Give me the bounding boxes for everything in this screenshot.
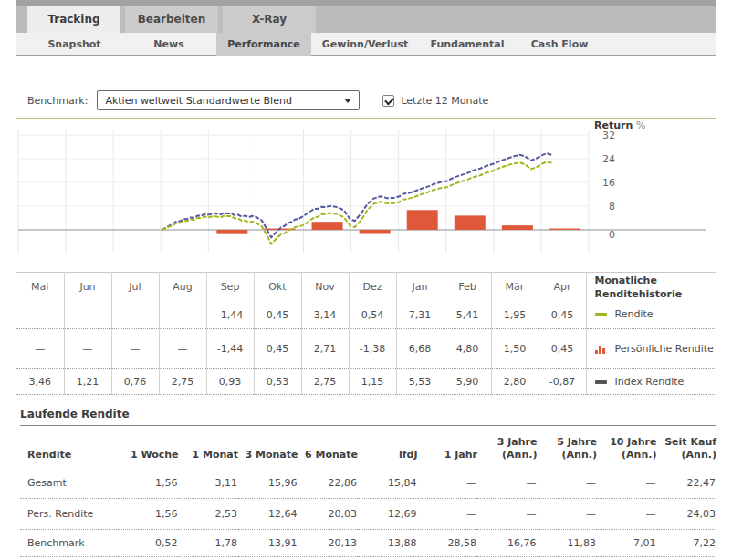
running-header-cell: 1 Monat — [179, 436, 239, 468]
legend-cell: Rendite — [586, 302, 716, 329]
monthly-value-cell: 0,45 — [254, 302, 301, 329]
running-value-cell: 12,64 — [238, 499, 298, 530]
axis-tick-label: 0 — [609, 229, 615, 241]
monthly-value-cell: 3,46 — [16, 369, 64, 395]
subtab-news[interactable]: News — [121, 33, 216, 56]
bar-persoenliche-rendite — [549, 229, 580, 230]
monthly-value-cell: 6,68 — [396, 329, 444, 369]
monthly-value-cell: 5,53 — [396, 369, 444, 395]
running-value-cell: — — [418, 468, 478, 499]
monthly-value-cell: — — [16, 329, 64, 369]
running-value-cell: 12,69 — [358, 499, 418, 530]
running-value-cell: 2,53 — [179, 499, 239, 530]
bar-persoenliche-rendite — [407, 210, 438, 230]
tab-x-ray[interactable]: X-Ray — [223, 6, 316, 33]
running-value-cell: 7,22 — [657, 530, 717, 557]
running-table-row: Pers. Rendite1,562,5312,6420,0312,69————… — [20, 499, 716, 530]
running-value-cell: 22,86 — [298, 468, 359, 499]
subtab-gewinn-verlust[interactable]: Gewinn/Verlust — [311, 33, 419, 56]
legend-label: Index Rendite — [615, 376, 685, 389]
month-header-cell: Mär — [491, 273, 539, 302]
monthly-value-cell: — — [159, 302, 206, 329]
running-header-cell: lfdJ — [358, 436, 418, 468]
running-value-cell: 16,76 — [477, 530, 538, 557]
return-chart-svg: Return %32241680 — [16, 119, 716, 272]
running-table-row: Gesamt1,563,1115,9622,8615,84————22,47 — [20, 468, 716, 499]
axis-tick-label: 32 — [602, 130, 615, 141]
mini-bars-icon — [595, 345, 607, 354]
monthly-value-cell: — — [111, 329, 159, 369]
legend-title: Monatliche Renditehistorie — [595, 273, 717, 301]
axis-tick-label: 16 — [602, 177, 615, 189]
row-label: Gesamt — [20, 468, 119, 499]
running-value-cell: — — [477, 468, 538, 499]
running-header-cell: 6 Monate — [298, 436, 359, 468]
last-12-months-checkbox[interactable] — [382, 95, 394, 107]
tab-bearbeiten[interactable]: Bearbeiten — [125, 6, 218, 33]
bar-persoenliche-rendite — [502, 225, 533, 230]
monthly-value-cell: 2,75 — [159, 369, 206, 395]
monthly-value-cell: 4,80 — [444, 329, 491, 369]
benchmark-select[interactable]: Aktien weltweit Standardwerte Blend — [97, 90, 360, 110]
running-value-cell: 0,52 — [119, 530, 179, 557]
monthly-value-cell: 1,50 — [491, 329, 539, 369]
monthly-value-cell: — — [111, 302, 159, 329]
running-header-cell: 1 Jahr — [418, 436, 478, 468]
running-value-cell: 11,83 — [538, 530, 598, 557]
running-header-cell: 3 Monate — [238, 436, 298, 468]
tab-tracking[interactable]: Tracking — [27, 6, 120, 33]
month-header-cell: Jul — [111, 273, 159, 302]
axis-tick-label: 24 — [602, 153, 615, 165]
bar-persoenliche-rendite — [360, 230, 391, 233]
benchmark-label: Benchmark: — [27, 95, 88, 107]
running-value-cell: 13,91 — [238, 530, 298, 557]
legend-item: Index Rendite — [595, 376, 717, 389]
month-header-cell: Jan — [396, 273, 444, 302]
legend-label: Rendite — [615, 308, 654, 321]
monthly-value-cell: 1,21 — [64, 369, 111, 395]
monthly-value-cell: 2,75 — [301, 369, 349, 395]
axis-tick-label: 8 — [609, 201, 615, 213]
benchmark-selected-value: Aktien weltweit Standardwerte Blend — [105, 95, 339, 107]
controls-divider — [371, 89, 371, 111]
running-value-cell: 24,03 — [657, 499, 717, 530]
running-header-cell: 10 Jahre(Ann.) — [597, 436, 657, 468]
monthly-value-cell: 0,93 — [206, 369, 254, 395]
month-header-cell: Dez — [349, 273, 396, 302]
green-line-icon — [595, 313, 607, 316]
subtab-cash-flow[interactable]: Cash Flow — [516, 33, 603, 56]
running-returns-table: Rendite1 Woche1 Monat3 Monate6 Monatelfd… — [20, 436, 716, 557]
subtab-fundamental[interactable]: Fundamental — [419, 33, 516, 56]
monthly-value-cell: — — [64, 329, 111, 369]
month-header-cell: Feb — [444, 273, 491, 302]
running-value-cell: — — [597, 468, 657, 499]
monthly-value-cell: 0,45 — [539, 329, 586, 369]
subtab-performance[interactable]: Performance — [216, 33, 311, 56]
benchmark-controls: Benchmark: Aktien weltweit Standardwerte… — [27, 89, 732, 111]
monthly-value-cell: 0,54 — [349, 302, 396, 329]
running-value-cell: 7,01 — [597, 530, 657, 557]
running-header-cell: Rendite — [20, 436, 119, 468]
running-table-row: Benchmark0,521,7813,9120,1313,8828,5816,… — [20, 530, 716, 557]
last-12-months-label: Letzte 12 Monate — [401, 95, 488, 107]
monthly-value-cell: 3,14 — [301, 302, 349, 329]
monthly-value-cell: 2,80 — [491, 369, 539, 395]
month-header-cell: Nov — [301, 273, 349, 302]
monthly-value-cell: -1,38 — [349, 329, 396, 369]
running-value-cell: 20,13 — [298, 530, 359, 557]
return-chart: Return %32241680 — [16, 119, 716, 272]
monthly-value-cell: 7,31 — [396, 302, 444, 329]
monthly-value-cell: -1,44 — [206, 329, 254, 369]
month-header-cell: Mai — [16, 273, 64, 302]
running-header-cell: 3 Jahre(Ann.) — [477, 436, 538, 468]
monthly-value-cell: 0,45 — [539, 302, 586, 329]
bar-persoenliche-rendite — [216, 230, 247, 234]
monthly-value-cell: -1,44 — [206, 302, 254, 329]
monthly-value-cell: 2,71 — [301, 329, 349, 369]
month-header-cell: Apr — [539, 273, 586, 302]
legend-item: Persönliche Rendite — [595, 343, 717, 356]
running-value-cell: — — [418, 499, 478, 530]
chevron-down-icon — [344, 99, 351, 103]
subtab-snapshot[interactable]: Snapshot — [27, 33, 121, 56]
secondary-tab-bar: SnapshotNewsPerformanceGewinn/VerlustFun… — [16, 33, 716, 56]
